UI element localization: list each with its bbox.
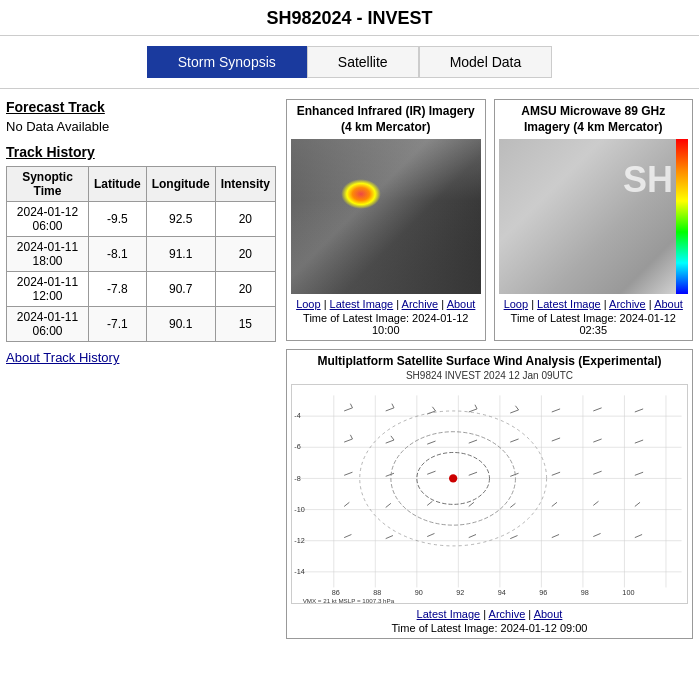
col-header-latitude: Latitude	[89, 167, 147, 202]
ir-archive-link[interactable]: Archive	[402, 298, 439, 310]
amsu-about-link[interactable]: About	[654, 298, 683, 310]
top-image-row: Enhanced Infrared (IR) Imagery (4 km Mer…	[286, 99, 693, 341]
ir-time: Time of Latest Image: 2024-01-12 10:00	[291, 312, 481, 336]
table-row: 2024-01-11 18:00-8.191.120	[7, 237, 276, 272]
ir-imagery-box: Enhanced Infrared (IR) Imagery (4 km Mer…	[286, 99, 486, 341]
wind-map-image: -4 -6 -8 -10 -12 -14 86 88 90 92 94 96 9…	[291, 384, 688, 604]
table-row: 2024-01-12 06:00-9.592.520	[7, 202, 276, 237]
table-row: 2024-01-11 12:00-7.890.720	[7, 272, 276, 307]
amsu-loop-link[interactable]: Loop	[504, 298, 528, 310]
wind-about-link[interactable]: About	[534, 608, 563, 620]
amsu-links: Loop | Latest Image | Archive | About	[504, 298, 683, 310]
ir-title: Enhanced Infrared (IR) Imagery (4 km Mer…	[291, 104, 481, 135]
col-header-intensity: Intensity	[215, 167, 275, 202]
sidebar: Forecast Track No Data Available Track H…	[6, 99, 276, 639]
svg-text:86: 86	[332, 588, 340, 597]
tab-bar: Storm Synopsis Satellite Model Data	[0, 36, 699, 89]
wind-latest-link[interactable]: Latest Image	[417, 608, 481, 620]
amsu-latest-link[interactable]: Latest Image	[537, 298, 601, 310]
svg-text:VMX = 21 kt  MSLP = 1007.3 hPa: VMX = 21 kt MSLP = 1007.3 hPa	[303, 597, 395, 603]
about-track-history-link[interactable]: About Track History	[6, 350, 276, 365]
amsu-archive-link[interactable]: Archive	[609, 298, 646, 310]
forecast-track-heading: Forecast Track	[6, 99, 276, 115]
wind-subtitle: SH9824 INVEST 2024 12 Jan 09UTC	[406, 370, 573, 381]
ir-latest-link[interactable]: Latest Image	[330, 298, 394, 310]
svg-text:-4: -4	[294, 411, 300, 420]
right-content: Enhanced Infrared (IR) Imagery (4 km Mer…	[286, 99, 693, 639]
col-header-synoptic-time: Synoptic Time	[7, 167, 89, 202]
amsu-imagery-box: AMSU Microwave 89 GHz Imagery (4 km Merc…	[494, 99, 694, 341]
main-content: Forecast Track No Data Available Track H…	[0, 89, 699, 649]
amsu-title: AMSU Microwave 89 GHz Imagery (4 km Merc…	[499, 104, 689, 135]
wind-analysis-box: Multiplatform Satellite Surface Wind Ana…	[286, 349, 693, 639]
ir-about-link[interactable]: About	[447, 298, 476, 310]
wind-title: Multiplatform Satellite Surface Wind Ana…	[317, 354, 661, 368]
svg-text:-6: -6	[294, 443, 300, 452]
svg-text:92: 92	[456, 588, 464, 597]
track-history-table: Synoptic Time Latitude Longitude Intensi…	[6, 166, 276, 342]
table-row: 2024-01-11 06:00-7.190.115	[7, 307, 276, 342]
svg-text:88: 88	[373, 588, 381, 597]
amsu-image	[499, 139, 689, 294]
svg-text:100: 100	[622, 588, 634, 597]
amsu-color-bar	[676, 139, 688, 294]
page-title: SH982024 - INVEST	[0, 0, 699, 36]
svg-text:94: 94	[498, 588, 506, 597]
amsu-time: Time of Latest Image: 2024-01-12 02:35	[499, 312, 689, 336]
storm-center-dot	[449, 474, 457, 482]
tab-satellite[interactable]: Satellite	[307, 46, 419, 78]
svg-text:90: 90	[415, 588, 423, 597]
tab-storm-synopsis[interactable]: Storm Synopsis	[147, 46, 307, 78]
wind-map-svg: -4 -6 -8 -10 -12 -14 86 88 90 92 94 96 9…	[292, 385, 687, 603]
svg-text:-12: -12	[294, 536, 304, 545]
ir-links: Loop | Latest Image | Archive | About	[296, 298, 475, 310]
title-text: SH982024 - INVEST	[266, 8, 432, 28]
wind-time: Time of Latest Image: 2024-01-12 09:00	[392, 622, 588, 634]
track-history-heading: Track History	[6, 144, 276, 160]
svg-text:-8: -8	[294, 474, 300, 483]
wind-archive-link[interactable]: Archive	[489, 608, 526, 620]
col-header-longitude: Longitude	[146, 167, 215, 202]
ir-loop-link[interactable]: Loop	[296, 298, 320, 310]
wind-links: Latest Image | Archive | About	[417, 608, 563, 620]
no-data-label: No Data Available	[6, 119, 276, 134]
ir-image	[291, 139, 481, 294]
svg-text:-14: -14	[294, 567, 304, 576]
svg-text:96: 96	[539, 588, 547, 597]
tab-model-data[interactable]: Model Data	[419, 46, 553, 78]
svg-text:-10: -10	[294, 505, 304, 514]
svg-rect-0	[292, 385, 686, 603]
svg-text:98: 98	[581, 588, 589, 597]
